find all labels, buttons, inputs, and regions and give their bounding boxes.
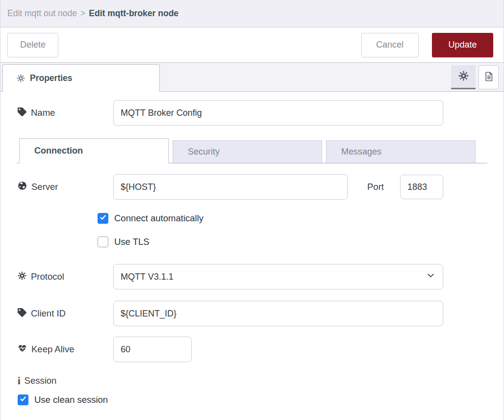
tab-security[interactable]: Security	[173, 140, 322, 163]
broker-subtabs: Connection Security Messages	[17, 139, 487, 163]
client-id-row: Client ID	[18, 301, 504, 326]
breadcrumb-separator: >	[80, 8, 85, 19]
gear-icon	[458, 71, 469, 82]
port-label: Port	[367, 182, 384, 192]
tab-properties-label: Properties	[30, 73, 73, 83]
connect-auto-row: Connect automatically	[98, 213, 504, 224]
port-input[interactable]	[400, 175, 443, 199]
use-tls-checkbox[interactable]	[98, 236, 108, 247]
delete-button[interactable]: Delete	[7, 33, 58, 57]
connect-auto-checkbox[interactable]	[98, 213, 108, 224]
client-id-label: Client ID	[18, 308, 113, 319]
check-icon	[20, 395, 26, 404]
server-row: Server Port	[18, 174, 504, 200]
protocol-row: Protocol MQTT V3.1.1	[18, 264, 504, 289]
chevron-down-icon	[427, 271, 435, 282]
server-label: Server	[18, 181, 113, 193]
connect-auto-label: Connect automatically	[114, 213, 203, 224]
properties-gear-button[interactable]	[451, 65, 476, 89]
clean-session-row: Use clean session	[18, 394, 504, 405]
tab-connection[interactable]: Connection	[19, 138, 169, 163]
gear-icon	[17, 74, 25, 82]
breadcrumb-parent[interactable]: Edit mqtt out node	[7, 8, 77, 19]
cancel-button[interactable]: Cancel	[361, 33, 419, 57]
session-section-label: i Session	[18, 374, 504, 387]
protocol-label: Protocol	[18, 271, 113, 283]
editor-tab-bar: Properties	[0, 63, 504, 92]
info-icon: i	[18, 376, 21, 386]
clean-session-checkbox[interactable]	[18, 394, 28, 405]
name-label: Name	[18, 107, 113, 119]
protocol-select-value: MQTT V3.1.1	[121, 272, 174, 282]
tab-messages[interactable]: Messages	[326, 140, 476, 163]
keep-alive-input[interactable]	[113, 337, 192, 362]
use-tls-row: Use TLS	[98, 236, 504, 247]
client-id-input[interactable]	[113, 301, 443, 326]
dialog-header: Edit mqtt out node > Edit mqtt-broker no…	[0, 0, 504, 27]
tab-properties[interactable]: Properties	[2, 64, 160, 92]
action-button-bar: Delete Cancel Update	[0, 27, 504, 63]
edit-mqtt-broker-dialog: Edit mqtt out node > Edit mqtt-broker no…	[0, 0, 504, 420]
check-icon	[100, 214, 106, 223]
server-input[interactable]	[113, 174, 348, 200]
gear-icon	[18, 271, 26, 283]
name-input[interactable]	[113, 100, 443, 126]
description-doc-button[interactable]	[479, 65, 499, 89]
heartbeat-icon	[18, 343, 27, 355]
right-button-group: Cancel Update	[361, 33, 493, 57]
keep-alive-row: Keep Alive	[18, 337, 504, 362]
tag-icon	[18, 107, 26, 119]
breadcrumb-current: Edit mqtt-broker node	[89, 8, 178, 19]
form-content: Name Connection Security Messages	[0, 92, 504, 405]
globe-icon	[18, 181, 27, 193]
clean-session-label: Use clean session	[34, 394, 108, 405]
keep-alive-label: Keep Alive	[18, 343, 113, 355]
use-tls-label: Use TLS	[114, 236, 150, 247]
update-button[interactable]: Update	[432, 33, 493, 57]
tabbar-icon-buttons	[451, 65, 499, 89]
name-row: Name	[18, 100, 504, 126]
file-text-icon	[484, 71, 494, 83]
tag-icon	[18, 308, 26, 319]
protocol-select[interactable]: MQTT V3.1.1	[113, 264, 443, 289]
